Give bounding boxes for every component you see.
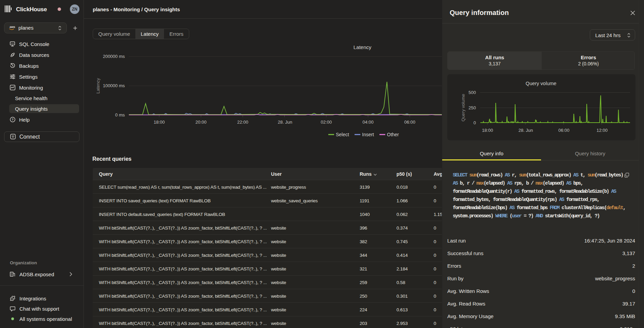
- svg-text:?: ?: [12, 118, 14, 121]
- svg-text:Other: Other: [387, 132, 399, 137]
- svg-text:18:00: 18:00: [154, 120, 165, 125]
- svg-text:02:00: 02:00: [321, 120, 332, 125]
- svg-text:20:00: 20:00: [195, 120, 207, 125]
- svg-text:Select: Select: [336, 132, 349, 137]
- svg-text:Latency: Latency: [354, 44, 372, 50]
- svg-text:250: 250: [468, 105, 476, 110]
- svg-text:Insert: Insert: [362, 132, 374, 137]
- svg-text:06:00: 06:00: [404, 120, 416, 125]
- svg-text:0: 0: [474, 120, 476, 125]
- svg-text:100000 ms: 100000 ms: [103, 83, 125, 88]
- svg-text:Query volume: Query volume: [461, 94, 466, 122]
- svg-text:28. Jun: 28. Jun: [278, 120, 293, 125]
- svg-text:28. Jun: 28. Jun: [519, 128, 533, 133]
- svg-text:22:00: 22:00: [237, 120, 249, 125]
- svg-text:06:00: 06:00: [558, 128, 570, 133]
- svg-text:0 ms: 0 ms: [115, 112, 125, 118]
- svg-text:18:00: 18:00: [482, 128, 493, 133]
- svg-text:200000 ms: 200000 ms: [103, 54, 125, 59]
- svg-text:500: 500: [468, 90, 476, 95]
- svg-text:Query volume: Query volume: [526, 81, 556, 86]
- svg-text:04:00: 04:00: [362, 120, 374, 125]
- svg-text:Latency: Latency: [95, 78, 101, 94]
- svg-text:12:00: 12:00: [597, 128, 608, 133]
